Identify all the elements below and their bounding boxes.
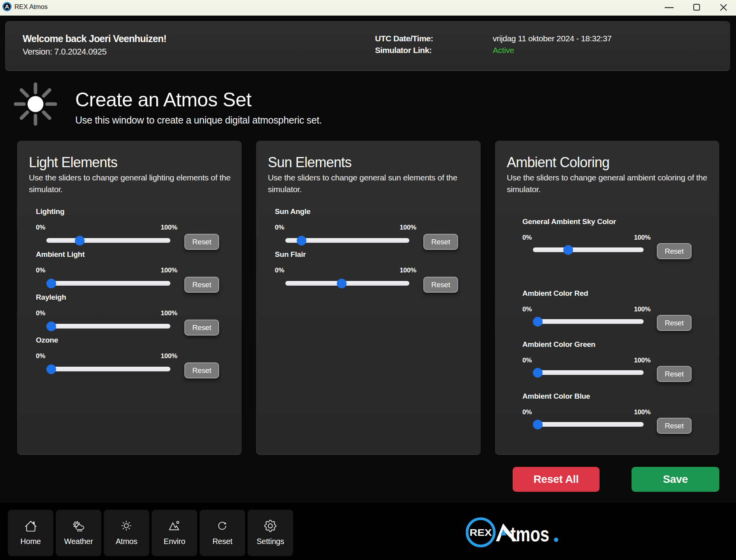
svg-text:A: A [5, 3, 9, 10]
svg-text:REX: REX [470, 528, 492, 538]
svg-text:tmos: tmos [510, 522, 549, 546]
